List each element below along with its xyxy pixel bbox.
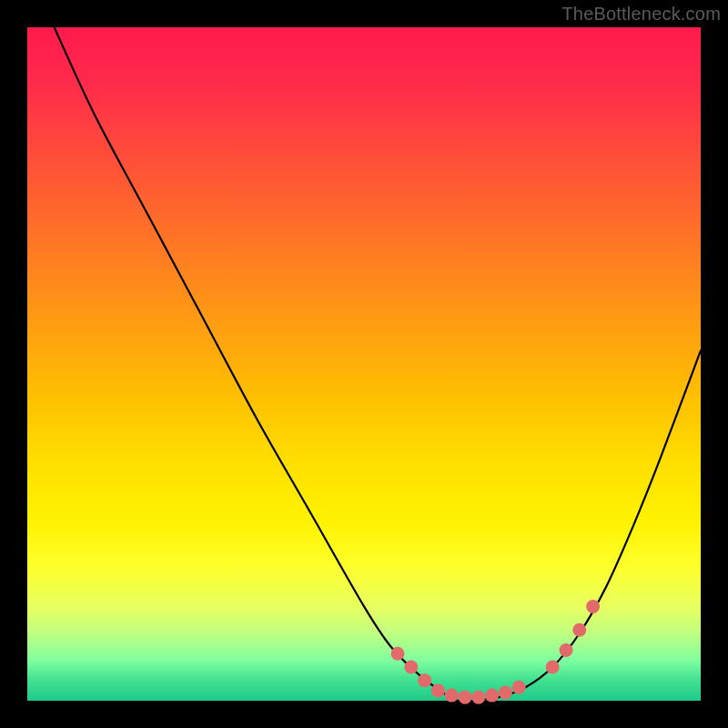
highlight-dot [391,647,405,661]
highlight-dot [431,683,445,697]
highlight-dot [404,661,418,674]
watermark-text: TheBottleneck.com [561,4,721,25]
highlight-dot [471,691,485,704]
highlight-dot [572,623,586,637]
highlight-dot [586,600,600,613]
highlight-dot [512,681,526,694]
chart-svg [0,0,728,728]
highlight-dot [485,689,499,703]
highlight-dot [418,673,431,687]
highlight-dots-group [391,600,601,704]
highlight-dot [499,686,512,700]
highlight-dot [560,643,573,657]
highlight-dot [445,689,459,703]
highlight-dot [459,691,472,704]
highlight-dot [546,661,560,674]
bottleneck-curve-line [55,27,701,702]
